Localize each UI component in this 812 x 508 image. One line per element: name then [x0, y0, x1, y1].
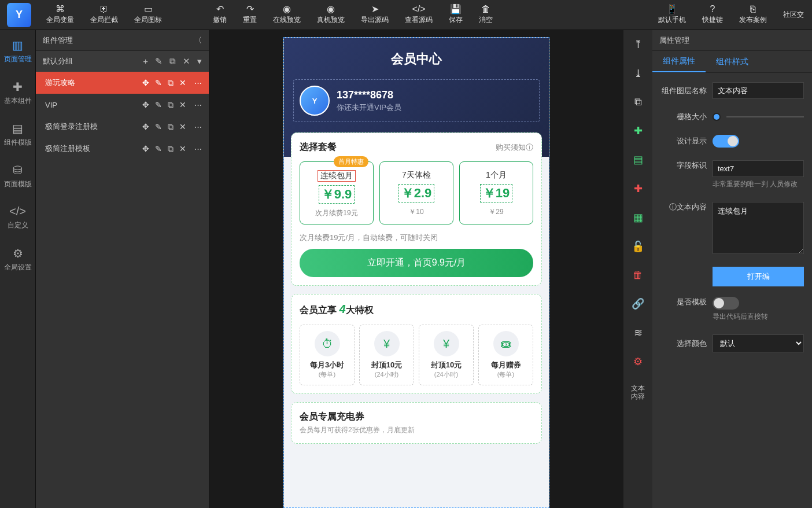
copy-icon[interactable]: ⧉	[168, 100, 174, 110]
text-content-input[interactable]	[713, 202, 804, 254]
move-icon[interactable]: ✥	[142, 144, 149, 154]
shortcut-button[interactable]: ?快捷键	[694, 0, 731, 30]
phone-icon: 📱	[666, 5, 678, 14]
preview-online-button[interactable]: ◉在线预览	[265, 0, 309, 30]
group-header[interactable]: 默认分组 + ✎ ⧉ ✕ ▾	[36, 51, 209, 72]
close-icon[interactable]: ✕	[179, 100, 186, 110]
list-item[interactable]: 游玩攻略 ✥✎⧉✕ ⋯	[36, 72, 209, 94]
list-item-label: 游玩攻略	[43, 78, 142, 88]
group-title: 默认分组	[43, 56, 143, 67]
preview-device-button[interactable]: ◉真机预览	[309, 0, 353, 30]
close-icon[interactable]: ✕	[179, 144, 186, 154]
move-icon[interactable]: ✥	[142, 78, 149, 88]
buy-notice-link[interactable]: 购买须知ⓘ	[496, 142, 533, 153]
save-button[interactable]: 💾保存	[441, 0, 471, 30]
document-icon[interactable]: ▤	[633, 153, 643, 166]
list-item[interactable]: 极简注册模板 ✥✎⧉✕ ⋯	[36, 138, 209, 160]
edit-icon[interactable]: ✎	[155, 144, 162, 154]
sidebar-item-comp-template[interactable]: ▤组件模版	[0, 113, 35, 155]
copy-icon[interactable]: ⧉	[169, 56, 176, 67]
trash-icon[interactable]: 🗑	[633, 269, 643, 281]
global-block-button[interactable]: ⛨全局拦截	[82, 0, 126, 30]
sidebar-item-basic-comp[interactable]: ✚基本组件	[0, 72, 35, 113]
copy-icon[interactable]: ⧉	[168, 122, 174, 132]
close-icon[interactable]: ✕	[183, 56, 190, 67]
sidebar-item-page-template[interactable]: ⛁页面模版	[0, 155, 35, 197]
plan-option[interactable]: 首月特惠 连续包月 ￥9.9 次月续费19元	[300, 161, 374, 224]
sidebar-item-global-setting[interactable]: ⚙全局设置	[0, 238, 35, 280]
select-color-label: 选择颜色	[660, 338, 707, 349]
list-item[interactable]: 极简登录注册模 ✥✎⧉✕ ⋯	[36, 116, 209, 138]
field-id-label: 字段标识	[660, 160, 707, 171]
puzzle-out-icon[interactable]: ✚	[634, 182, 643, 195]
tab-comp-style[interactable]: 组件样式	[706, 51, 759, 72]
plan-option[interactable]: 7天体检 ￥2.9 ￥10	[379, 161, 453, 224]
plan-option[interactable]: 1个月 ￥19 ￥29	[459, 161, 533, 224]
privilege-item: ¥封顶10元(24小时)	[359, 325, 414, 385]
sidebar-item-page-manage[interactable]: ▥页面管理	[0, 30, 35, 72]
view-src-button[interactable]: </>查看源码	[397, 0, 441, 30]
is-template-toggle[interactable]	[713, 297, 739, 310]
gear-icon: ⚙	[13, 246, 23, 260]
clear-button[interactable]: 🗑消空	[471, 0, 501, 30]
move-icon[interactable]: ✥	[142, 100, 149, 110]
close-icon[interactable]: ✕	[179, 122, 186, 132]
sidebar-item-custom[interactable]: </>自定义	[0, 197, 35, 238]
text-content-button[interactable]: 文本内容	[631, 384, 645, 401]
copy-icon[interactable]: ⧉	[634, 96, 642, 108]
coupon-title: 会员专属充电券	[300, 411, 533, 423]
collapse-icon[interactable]: 〈	[194, 35, 202, 46]
publish-button[interactable]: ⎘发布案例	[731, 0, 775, 30]
more-icon[interactable]: ⋯	[194, 101, 202, 109]
select-color-dropdown[interactable]: 默认	[713, 334, 804, 352]
edit-icon[interactable]: ✎	[155, 56, 163, 67]
component-panel: 组件管理 〈 默认分组 + ✎ ⧉ ✕ ▾ 游玩攻略 ✥✎⧉✕ ⋯ VIP ✥✎…	[36, 30, 209, 508]
export-src-button[interactable]: ➤导出源码	[353, 0, 397, 30]
layout-icon: ▥	[12, 38, 23, 52]
reset-button[interactable]: ↷重置	[235, 0, 265, 30]
move-icon[interactable]: ✥	[142, 122, 149, 132]
close-icon[interactable]: ✕	[179, 78, 186, 88]
puzzle-icon[interactable]: ✚	[634, 124, 643, 137]
global-icon-button[interactable]: ▭全局图标	[126, 0, 170, 30]
lock-icon[interactable]: 🔓	[632, 240, 644, 253]
field-id-desc: 非常重要的唯一判 人员修改	[713, 179, 804, 189]
more-icon[interactable]: ⋯	[194, 123, 202, 131]
open-vip-button[interactable]: 立即开通，首页9.9元/月	[300, 249, 533, 277]
canvas-area[interactable]: 会员中心 Y 137****8678 你还未开通VIP会员 选择套餐 购买须知ⓘ…	[209, 30, 623, 508]
more-icon[interactable]: ⋯	[194, 145, 202, 153]
copy-icon[interactable]: ⧉	[168, 144, 174, 154]
edit-icon[interactable]: ✎	[155, 78, 162, 88]
arrow-up-icon[interactable]: ⤒	[634, 38, 643, 51]
open-editor-button[interactable]: 打开编	[713, 267, 804, 286]
arrow-down-icon[interactable]: ⤓	[634, 67, 643, 80]
privilege-item: ⏱每月3小时(每单)	[300, 325, 355, 385]
undo-icon: ↶	[216, 5, 224, 14]
edit-icon[interactable]: ✎	[155, 122, 162, 132]
layer-name-input[interactable]	[713, 82, 804, 99]
grid-size-slider[interactable]	[713, 113, 721, 121]
layers-icon[interactable]: ≋	[634, 326, 643, 339]
link-icon[interactable]: 🔗	[632, 297, 644, 310]
database-icon: ⛁	[13, 163, 23, 177]
top-toolbar: Y ⌘全局变量 ⛨全局拦截 ▭全局图标 ↶撤销 ↷重置 ◉在线预览 ◉真机预览 …	[0, 0, 812, 30]
undo-button[interactable]: ↶撤销	[205, 0, 235, 30]
plus-icon[interactable]: +	[143, 56, 148, 67]
tab-comp-props[interactable]: 组件属性	[652, 51, 706, 72]
copy-icon[interactable]: ⧉	[168, 78, 174, 88]
community-button[interactable]: 社区交	[775, 0, 812, 30]
chevron-down-icon[interactable]: ▾	[197, 56, 202, 67]
more-icon[interactable]: ⋯	[194, 79, 202, 87]
phone-preview[interactable]: 会员中心 Y 137****8678 你还未开通VIP会员 选择套餐 购买须知ⓘ…	[283, 37, 549, 508]
add-page-icon[interactable]: ▦	[633, 211, 643, 224]
global-var-button[interactable]: ⌘全局变量	[38, 0, 82, 30]
gear-icon[interactable]: ⚙	[633, 355, 643, 368]
list-item[interactable]: VIP ✥✎⧉✕ ⋯	[36, 94, 209, 116]
properties-panel: 属性管理 组件属性 组件样式 组件图层名称 栅格大小 设计显示 字段标识	[652, 30, 812, 508]
edit-icon[interactable]: ✎	[155, 100, 162, 110]
plan-name: 7天体检	[382, 170, 451, 181]
list-item-label: VIP	[43, 101, 142, 109]
field-id-input[interactable]	[713, 160, 804, 177]
default-phone-button[interactable]: 📱默认手机	[650, 0, 694, 30]
design-show-toggle[interactable]	[713, 135, 739, 148]
